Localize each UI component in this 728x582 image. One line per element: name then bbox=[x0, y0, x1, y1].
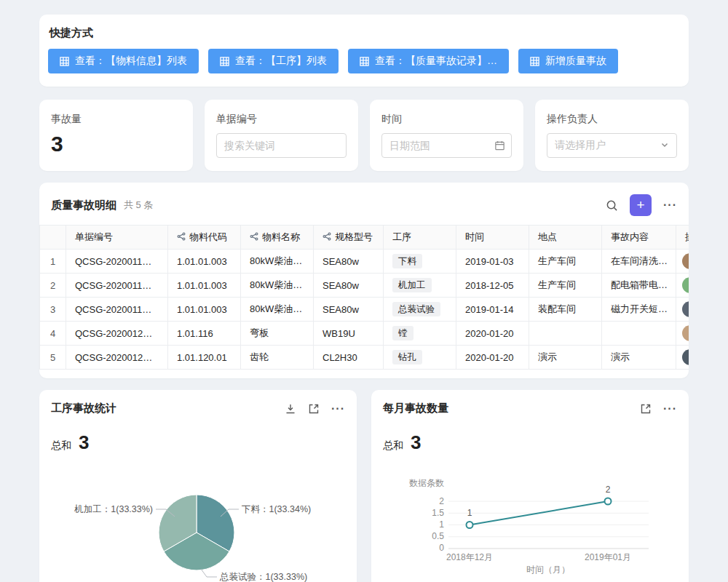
data-point-jan2019[interactable] bbox=[605, 498, 612, 505]
total-label: 总和 bbox=[51, 439, 71, 453]
data-label: 1 bbox=[467, 508, 472, 518]
cell-place: 装配车间 bbox=[529, 298, 602, 322]
data-point-dec2018[interactable] bbox=[467, 522, 473, 528]
cell-name: 齿轮 bbox=[241, 346, 314, 370]
y-tick: 0.5 bbox=[432, 531, 444, 541]
user-select[interactable]: 请选择用户 bbox=[547, 133, 677, 158]
cell-spec: SEA80w bbox=[314, 250, 384, 274]
cell-code: 1.01.01.003 bbox=[168, 250, 241, 274]
expand-icon[interactable] bbox=[308, 403, 320, 415]
cell-place bbox=[529, 322, 602, 346]
line-chart: 数据条数 2 1.5 1 0.5 0 1 2 2018年12月 bbox=[383, 458, 677, 577]
cell-content: 磁力开关短… bbox=[602, 298, 676, 322]
cell-spec: SEA80w bbox=[314, 298, 384, 322]
incident-count-card: 事故量 3 bbox=[39, 100, 193, 171]
table-header-row: 单据编号 物料代码 物料名称 规格型号 工序 时间 地点 事故内容 操作负责人 bbox=[40, 226, 689, 250]
cell-code: 1.01.01.003 bbox=[168, 298, 241, 322]
monthly-count-card: 每月事故数量 ··· 总和 3 数据条数 bbox=[371, 390, 689, 582]
time-label: 时间 bbox=[381, 113, 512, 126]
shortcuts-button-row: 查看：【物料信息】列表 查看：【工序】列表 查看：【质量事故记录】… 新增质量事… bbox=[48, 49, 680, 73]
view-process-list-button[interactable]: 查看：【工序】列表 bbox=[208, 49, 339, 73]
add-quality-incident-button[interactable]: 新增质量事故 bbox=[518, 49, 618, 73]
cell-process: 机加工 bbox=[384, 274, 456, 298]
more-menu-icon[interactable]: ··· bbox=[663, 403, 677, 415]
search-icon[interactable] bbox=[606, 199, 618, 212]
button-label: 新增质量事故 bbox=[545, 55, 606, 68]
process-tag: 钻孔 bbox=[392, 350, 422, 364]
grid-icon bbox=[220, 57, 229, 66]
operator-filter-card: 操作负责人 请选择用户 bbox=[535, 100, 689, 171]
export-image-icon[interactable] bbox=[285, 403, 296, 415]
cell-time: 2020-01-20 bbox=[456, 346, 529, 370]
expand-icon[interactable] bbox=[640, 403, 652, 415]
cell-operator bbox=[676, 250, 689, 274]
cell-doc: QCSG-2020011… bbox=[66, 298, 168, 322]
table-row[interactable]: 2 QCSG-2020011… 1.01.01.003 80kW柴油… SEA8… bbox=[40, 274, 689, 298]
cell-place: 演示 bbox=[529, 346, 602, 370]
pie-label-jijiagong: 机加工：1(33.33%) bbox=[74, 504, 153, 514]
avatar bbox=[682, 349, 689, 365]
col-content: 事故内容 bbox=[602, 226, 676, 250]
button-label: 查看：【物料信息】列表 bbox=[75, 55, 187, 68]
date-range-input[interactable] bbox=[381, 133, 512, 158]
cell-operator bbox=[676, 274, 689, 298]
table-row[interactable]: 1 QCSG-2020011… 1.01.01.003 80kW柴油… SEA8… bbox=[40, 250, 689, 274]
cell-time: 2020-01-20 bbox=[456, 322, 529, 346]
button-label: 查看：【质量事故记录】… bbox=[375, 55, 497, 68]
table-row[interactable]: 4 QCSG-2020012… 1.01.116 弯板 WB19U 镗 2020… bbox=[40, 322, 689, 346]
calendar-icon[interactable] bbox=[494, 140, 505, 151]
more-menu-icon[interactable]: ··· bbox=[331, 403, 345, 415]
cell-name: 弯板 bbox=[241, 322, 314, 346]
charts-row: 工序事故统计 ··· 总和 3 bbox=[39, 390, 689, 582]
filter-row: 事故量 3 单据编号 时间 操作负责人 请选择用户 bbox=[39, 100, 689, 171]
avatar bbox=[682, 301, 689, 317]
x-tick-jan2019: 2019年01月 bbox=[585, 552, 631, 562]
user-select-placeholder: 请选择用户 bbox=[555, 139, 606, 152]
process-tag: 总装试验 bbox=[392, 302, 440, 316]
cell-process: 下料 bbox=[384, 250, 456, 274]
table-row[interactable]: 5 QCSG-2020012… 1.01.120.01 齿轮 CL2H30 钻孔… bbox=[40, 346, 689, 370]
table-row[interactable]: 3 QCSG-2020011… 1.01.01.003 80kW柴油… SEA8… bbox=[40, 298, 689, 322]
cell-content bbox=[602, 322, 676, 346]
process-stats-card: 工序事故统计 ··· 总和 3 bbox=[39, 390, 357, 582]
avatar bbox=[682, 277, 689, 293]
avatar bbox=[682, 325, 689, 341]
doc-number-filter-card: 单据编号 bbox=[205, 100, 358, 171]
button-label: 查看：【工序】列表 bbox=[235, 55, 327, 68]
cell-doc: QCSG-2020012… bbox=[66, 322, 168, 346]
cell-process: 总装试验 bbox=[384, 298, 456, 322]
y-tick: 1.5 bbox=[432, 508, 444, 518]
process-tag: 机加工 bbox=[392, 278, 432, 292]
incident-count-label: 事故量 bbox=[51, 113, 181, 126]
col-time: 时间 bbox=[456, 226, 529, 250]
cell-process: 钻孔 bbox=[384, 346, 456, 370]
more-menu-icon[interactable]: ··· bbox=[663, 199, 677, 211]
pie-label-zongzhuang: 总装试验：1(33.33%) bbox=[219, 572, 307, 582]
operator-label: 操作负责人 bbox=[547, 113, 677, 126]
shortcuts-card: 快捷方式 查看：【物料信息】列表 查看：【工序】列表 查看：【质量事故记录】… bbox=[39, 15, 689, 87]
col-place: 地点 bbox=[529, 226, 602, 250]
doc-number-search-input[interactable] bbox=[216, 133, 347, 158]
col-index bbox=[40, 226, 66, 250]
cell-doc: QCSG-2020011… bbox=[66, 274, 168, 298]
col-material-code: 物料代码 bbox=[168, 226, 241, 250]
view-quality-records-button[interactable]: 查看：【质量事故记录】… bbox=[348, 49, 509, 73]
relation-field-icon bbox=[250, 232, 258, 243]
col-process: 工序 bbox=[384, 226, 456, 250]
cell-code: 1.01.116 bbox=[168, 322, 241, 346]
x-tick-dec2018: 2018年12月 bbox=[446, 552, 493, 562]
pie-chart-title: 工序事故统计 bbox=[51, 402, 116, 415]
view-material-list-button[interactable]: 查看：【物料信息】列表 bbox=[48, 49, 199, 73]
cell-name: 80kW柴油… bbox=[241, 274, 314, 298]
add-record-button[interactable]: + bbox=[630, 194, 652, 216]
cell-code: 1.01.120.01 bbox=[168, 346, 241, 370]
col-doc-number: 单据编号 bbox=[66, 226, 168, 250]
cell-time: 2018-12-05 bbox=[456, 274, 529, 298]
pie-chart: 机加工：1(33.33%) 下料：1(33.34%) 总装试验：1(33.33%… bbox=[51, 458, 345, 582]
total-value: 3 bbox=[79, 431, 89, 454]
process-tag: 下料 bbox=[392, 254, 422, 268]
relation-field-icon bbox=[177, 232, 186, 243]
cell-doc: QCSG-2020012… bbox=[66, 346, 168, 370]
cell-time: 2019-01-14 bbox=[456, 298, 529, 322]
incident-count-value: 3 bbox=[51, 132, 181, 156]
